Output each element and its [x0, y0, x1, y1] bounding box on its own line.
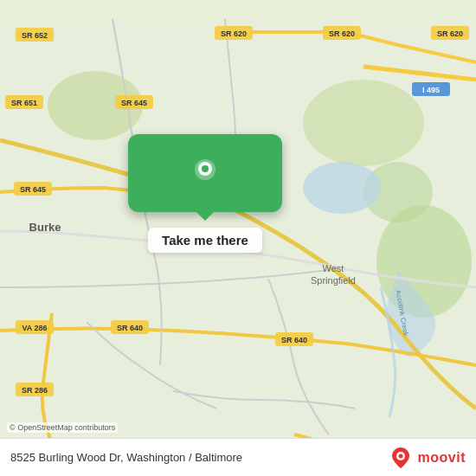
svg-text:Springfield: Springfield: [311, 275, 356, 286]
svg-text:SR 640: SR 640: [281, 336, 307, 344]
svg-text:SR 652: SR 652: [22, 31, 48, 40]
svg-point-40: [202, 165, 209, 172]
svg-text:SR 640: SR 640: [117, 324, 143, 332]
map-container: SR 652 SR 620 SR 620 SR 620 SR 651 SR 64…: [0, 0, 476, 476]
svg-text:SR 620: SR 620: [437, 29, 463, 38]
svg-text:SR 286: SR 286: [22, 386, 48, 395]
take-me-there-card[interactable]: [128, 134, 282, 212]
svg-point-5: [303, 162, 381, 214]
location-pin-icon: [188, 156, 222, 190]
svg-text:West: West: [323, 263, 344, 273]
moovit-icon: [389, 446, 413, 470]
svg-text:SR 651: SR 651: [11, 99, 37, 107]
svg-text:Burke: Burke: [29, 221, 61, 234]
svg-text:SR 645: SR 645: [121, 99, 147, 107]
svg-text:I 495: I 495: [422, 86, 440, 94]
svg-text:SR 620: SR 620: [329, 29, 355, 38]
take-me-there-overlay: Take me there: [128, 134, 282, 253]
address-label: 8525 Burling Wood Dr, Washington / Balti…: [10, 451, 242, 464]
moovit-wordmark: moovit: [418, 450, 466, 466]
map-attribution: © OpenStreetMap contributors: [7, 422, 118, 433]
moovit-logo: moovit: [389, 446, 466, 470]
svg-point-42: [398, 453, 402, 458]
bottom-bar: 8525 Burling Wood Dr, Washington / Balti…: [0, 438, 476, 476]
take-me-there-button[interactable]: Take me there: [148, 228, 262, 253]
svg-point-2: [303, 80, 424, 166]
svg-text:SR 645: SR 645: [20, 185, 46, 194]
svg-text:VA 286: VA 286: [22, 324, 47, 332]
svg-text:SR 620: SR 620: [221, 29, 247, 38]
